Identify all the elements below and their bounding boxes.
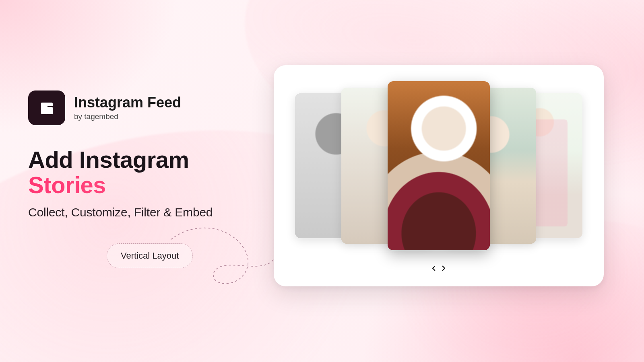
story-card-center[interactable]	[388, 81, 490, 250]
carousel-nav	[274, 265, 604, 272]
brand-byline: by tagembed	[74, 112, 181, 121]
headline: Add Instagram Stories	[28, 147, 254, 197]
chevron-right-icon[interactable]	[440, 265, 447, 272]
left-column: Instagram Feed by tagembed Add Instagram…	[28, 90, 254, 268]
stories-preview-card	[274, 65, 604, 286]
stories-carousel	[274, 79, 604, 252]
subheadline: Collect, Customize, Filter & Embed	[28, 206, 254, 219]
layout-pill-wrap: Vertical Layout	[28, 243, 254, 268]
chevron-left-icon[interactable]	[430, 265, 438, 272]
headline-accent: Stories	[28, 173, 254, 198]
headline-line1: Add Instagram	[28, 146, 189, 173]
layout-pill: Vertical Layout	[107, 243, 193, 268]
brand-row: Instagram Feed by tagembed	[28, 90, 254, 125]
brand-text: Instagram Feed by tagembed	[74, 95, 181, 121]
promo-canvas: Instagram Feed by tagembed Add Instagram…	[0, 0, 644, 362]
brand-title: Instagram Feed	[74, 95, 181, 111]
tagembed-logo-icon	[28, 90, 65, 125]
